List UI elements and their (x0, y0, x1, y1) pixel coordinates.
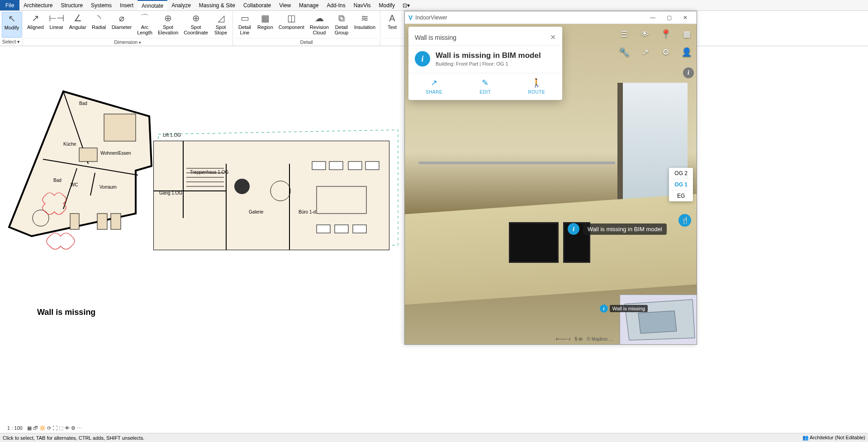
spot-coord-icon: ⊕ (190, 13, 201, 24)
iv-panorama[interactable]: ☰ 👁 📍 ▦ 🔧 ↗ ⚙ 👤 Wall is missing ✕ i Wall… (405, 24, 697, 344)
group-icon: ⧉ (336, 13, 347, 24)
ribbon-spot-elev[interactable]: ⊕Spot Elevation (155, 12, 181, 38)
menu-insert[interactable]: Insert (116, 0, 138, 10)
cursor-icon: ↖ (6, 13, 17, 24)
menu-modify[interactable]: Modify (375, 0, 399, 10)
svg-rect-13 (312, 162, 326, 170)
menu-structure[interactable]: Structure (57, 0, 87, 10)
scale-display[interactable]: 1 : 100 (5, 425, 24, 431)
iv-poi-chip[interactable]: 🍴 (678, 214, 691, 227)
view-control-bar[interactable]: 1 : 100 ▦ 🗗 🔆 ⟳ ⛶ ⬚ 👁 ⚙ ⋯ (5, 423, 82, 433)
iv-user-icon[interactable]: 👤 (680, 46, 693, 58)
svg-point-12 (234, 179, 250, 194)
status-bar: Click to select, TAB for alternates, CTR… (0, 433, 868, 442)
window-close[interactable]: ✕ (678, 13, 693, 23)
menu-collaborate[interactable]: Collaborate (239, 0, 275, 10)
svg-rect-36 (111, 214, 121, 229)
ribbon-linear[interactable]: ⊢⊣Linear (47, 12, 66, 38)
ribbon-detail-line[interactable]: ▭Detail Line (235, 12, 255, 38)
menu-manage[interactable]: Manage (295, 0, 323, 10)
angular-icon: ∠ (72, 13, 83, 24)
menu-analyze[interactable]: Analyze (167, 0, 195, 10)
svg-text:Gang 1.OG: Gang 1.OG (159, 190, 182, 195)
ribbon-arclength[interactable]: ⌒Arc Length (134, 12, 155, 38)
svg-text:Büro 1-d: Büro 1-d (299, 209, 316, 214)
ribbon-radial[interactable]: ◝Radial (89, 12, 109, 38)
menu-systems[interactable]: Systems (87, 0, 116, 10)
status-hint: Click to select, TAB for alternates, CTR… (3, 435, 144, 441)
svg-text:Vorraum: Vorraum (100, 185, 117, 190)
ribbon-insulation[interactable]: ≋Insulation (351, 12, 378, 38)
menu-addins[interactable]: Add-Ins (323, 0, 349, 10)
workset-status[interactable]: Architektur (Not Editable) (810, 435, 865, 440)
iv-floor-selector: OG 2 OG 1 EG (669, 168, 693, 201)
ribbon-text[interactable]: AText (382, 12, 402, 38)
ribbon-detail-group[interactable]: ⧉Detail Group (332, 12, 351, 38)
menu-navvis[interactable]: NavVis (350, 0, 375, 10)
edit-action-icon: ✎ (460, 78, 511, 88)
svg-text:Bad: Bad (79, 101, 87, 106)
view-icons[interactable]: ▦ 🗗 🔆 ⟳ ⛶ ⬚ 👁 ⚙ ⋯ (27, 425, 82, 431)
iv-card-header: Wall is missing (415, 34, 550, 41)
component-icon: ◫ (286, 13, 297, 24)
iv-minimap-marker[interactable]: i Wall is missing (600, 304, 648, 313)
annotation-wall-missing: Wall is missing (37, 308, 95, 317)
iv-info-badge[interactable]: i (683, 67, 694, 78)
ribbon-spot-coord[interactable]: ⊕Spot Coordinate (181, 12, 211, 38)
ribbon-select-dropdown[interactable]: Select ▾ (2, 38, 20, 45)
iv-settings-icon[interactable]: ⚙ (659, 46, 672, 58)
info-icon: i (600, 304, 608, 313)
ribbon-component[interactable]: ◫Component (276, 12, 307, 38)
iv-share-icon[interactable]: ↗ (639, 46, 651, 58)
window-minimize[interactable]: — (645, 13, 660, 23)
menu-architecture[interactable]: Architecture (19, 0, 57, 10)
svg-text:Galerie: Galerie (249, 209, 264, 214)
iv-marker-label: Wall is missing in BIM model (583, 223, 667, 235)
ribbon-angular[interactable]: ∠Angular (66, 12, 89, 38)
svg-rect-34 (70, 214, 79, 229)
iv-location-icon[interactable]: 📍 (659, 28, 672, 40)
iv-poi-card: Wall is missing ✕ i Wall is missing in B… (408, 27, 562, 100)
share-action-icon: ↗ (408, 78, 460, 88)
menu-view[interactable]: View (275, 0, 295, 10)
iv-view-icon[interactable]: 👁 (639, 28, 651, 40)
iv-grid-icon[interactable]: ▦ (680, 28, 693, 40)
svg-text:WC: WC (71, 182, 78, 187)
menu-file[interactable]: File (0, 0, 19, 10)
svg-rect-31 (104, 114, 136, 141)
ribbon-diameter[interactable]: ⌀Diameter (109, 12, 135, 38)
menu-massing[interactable]: Massing & Site (195, 0, 239, 10)
text-icon: A (387, 13, 398, 24)
iv-action-route[interactable]: 🚶ROUTE (511, 73, 562, 100)
indoorviewer-window: V IndoorViewer — ▢ ✕ ☰ 👁 📍 ▦ 🔧 ↗ ⚙ 👤 (404, 11, 697, 345)
window-maximize[interactable]: ▢ (661, 13, 677, 23)
menu-annotate[interactable]: Annotate (138, 0, 167, 10)
ribbon-group-dimension[interactable]: Dimension (114, 39, 141, 45)
ribbon-aligned[interactable]: ↗Aligned (24, 12, 47, 38)
iv-card-close[interactable]: ✕ (550, 33, 556, 42)
svg-rect-19 (335, 225, 348, 233)
iv-titlebar[interactable]: V IndoorViewer — ▢ ✕ (405, 11, 697, 24)
ribbon-revision-cloud[interactable]: ☁Revision Cloud (307, 12, 332, 38)
iv-action-edit[interactable]: ✎EDIT (460, 73, 511, 100)
ribbon-spot-slope[interactable]: ◿Spot Slope (211, 12, 231, 38)
menu-help-icon[interactable]: ⊡▾ (403, 0, 410, 10)
svg-rect-14 (329, 162, 343, 170)
iv-title: IndoorViewer (415, 14, 447, 21)
iv-floor-og2[interactable]: OG 2 (669, 168, 693, 179)
workset-icon: 👥 (802, 435, 809, 440)
detail-line-icon: ▭ (239, 13, 250, 24)
iv-panorama-marker[interactable]: i Wall is missing in BIM model (568, 223, 667, 235)
iv-action-share[interactable]: ↗SHARE (408, 73, 460, 100)
iv-menu-icon[interactable]: ☰ (618, 28, 631, 40)
iv-tools-icon[interactable]: 🔧 (618, 46, 631, 58)
ribbon-region[interactable]: ▦Region (255, 12, 276, 38)
svg-rect-32 (79, 148, 97, 162)
iv-minimap[interactable] (620, 295, 697, 344)
iv-card-subtitle: Building: Front Part | Floor: OG 1 (436, 61, 541, 67)
iv-floor-og1[interactable]: OG 1 (669, 179, 693, 190)
svg-text:Bad: Bad (53, 178, 62, 183)
iv-floor-eg[interactable]: EG (669, 190, 693, 201)
ribbon-modify[interactable]: ↖ Modify (2, 12, 22, 38)
iv-scale: ⊢──⊣ 5 m © Mapbox … (556, 337, 613, 342)
